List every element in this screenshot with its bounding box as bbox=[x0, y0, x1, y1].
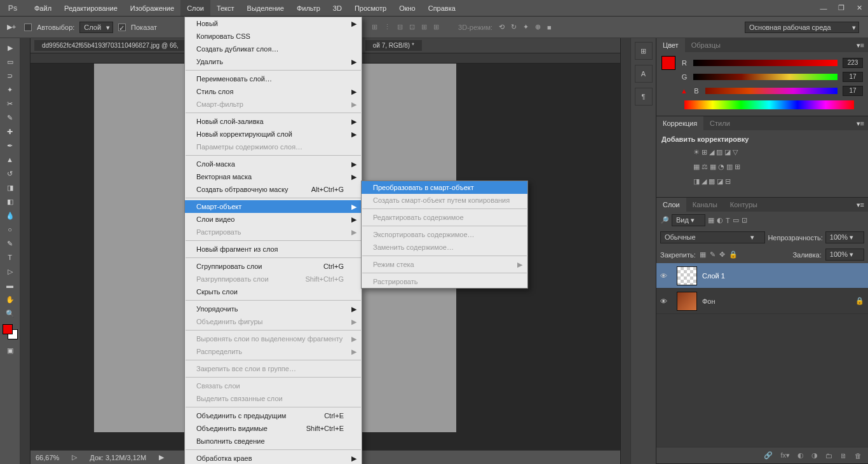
b-value[interactable]: 17 bbox=[843, 86, 863, 96]
autoselect-checkbox[interactable] bbox=[24, 24, 32, 31]
filter-smart-icon[interactable]: ⊡ bbox=[742, 216, 747, 224]
menu-item[interactable]: Новый слой-заливка▶ bbox=[185, 115, 362, 128]
swatches-tab[interactable]: Образцы bbox=[685, 38, 727, 52]
menu-item[interactable]: Копировать CSS bbox=[185, 30, 362, 43]
panel-menu-icon[interactable]: ▾≡ bbox=[853, 119, 868, 128]
adjust-layer-icon[interactable]: ◑ bbox=[811, 451, 818, 460]
menu-window[interactable]: Окно bbox=[393, 0, 422, 16]
menu-item[interactable]: Объединить видимыеShift+Ctrl+E bbox=[185, 422, 362, 435]
eraser-tool[interactable]: ◨ bbox=[1, 181, 19, 194]
layer-row[interactable]: 👁 Слой 1 bbox=[656, 263, 868, 289]
menu-view[interactable]: Просмотр bbox=[348, 0, 393, 16]
menu-item[interactable]: Векторная маска▶ bbox=[185, 170, 362, 183]
panel-menu-icon[interactable]: ▾≡ bbox=[853, 201, 868, 209]
menu-text[interactable]: Текст bbox=[210, 0, 241, 16]
paths-tab[interactable]: Контуры bbox=[724, 198, 764, 212]
filter-shape-icon[interactable]: ▭ bbox=[733, 216, 739, 224]
menu-help[interactable]: Справка bbox=[422, 0, 462, 16]
menu-item[interactable]: Выполнить сведение bbox=[185, 435, 362, 447]
new-layer-icon[interactable]: 🗎 bbox=[840, 452, 847, 460]
layer-filter[interactable]: Вид ▾ bbox=[672, 214, 705, 226]
mask-icon[interactable]: ◐ bbox=[797, 451, 804, 460]
history-brush-tool[interactable]: ↺ bbox=[1, 167, 19, 181]
menu-file[interactable]: Файл bbox=[28, 0, 58, 16]
menu-item[interactable]: Новый корректирующий слой▶ bbox=[185, 128, 362, 140]
menu-layers[interactable]: Слои bbox=[180, 0, 210, 16]
fill-value[interactable]: 100% ▾ bbox=[825, 249, 864, 261]
r-value[interactable]: 223 bbox=[843, 58, 863, 68]
channels-tab[interactable]: Каналы bbox=[686, 198, 724, 212]
eyedropper-tool[interactable]: ✎ bbox=[1, 111, 19, 125]
layer-thumbnail[interactable] bbox=[677, 292, 697, 311]
menu-item[interactable]: Стиль слоя▶ bbox=[185, 85, 362, 98]
adjust-row1[interactable]: ☀ ⊞ ◢ ▨ ◪ ▽ bbox=[661, 148, 863, 156]
link-icon[interactable]: 🔗 bbox=[764, 451, 773, 460]
layer-thumbnail[interactable] bbox=[677, 266, 697, 285]
blur-tool[interactable]: 💧 bbox=[1, 208, 19, 222]
menu-edit[interactable]: Редактирование bbox=[58, 0, 124, 16]
char-icon[interactable]: A bbox=[635, 65, 653, 83]
filter-adjust-icon[interactable]: ◐ bbox=[717, 216, 723, 224]
filter-type-icon[interactable]: T bbox=[726, 217, 730, 224]
document-tab-2[interactable]: ой 7, RGB/8) * bbox=[365, 40, 422, 51]
filter-pixel-icon[interactable]: ▦ bbox=[708, 216, 714, 224]
lock-pixel-icon[interactable]: ✎ bbox=[710, 250, 715, 259]
crop-tool[interactable]: ✂ bbox=[1, 97, 19, 111]
lock-trans-icon[interactable]: ▦ bbox=[700, 250, 706, 259]
pen-tool[interactable]: ✎ bbox=[1, 236, 19, 250]
autoselect-select[interactable]: Слой ▾ bbox=[79, 22, 113, 33]
path-tool[interactable]: ▷ bbox=[1, 264, 19, 278]
zoom-level[interactable]: 66,67% bbox=[36, 454, 59, 461]
adjust-row2[interactable]: ▦ ⚖ ▦ ◔ ▥ ⊞ bbox=[661, 163, 863, 171]
layer-row[interactable]: 👁 Фон 🔒 bbox=[656, 289, 868, 314]
layer-name[interactable]: Слой 1 bbox=[702, 272, 725, 280]
menu-item[interactable]: Удалить▶ bbox=[185, 55, 362, 68]
group-icon[interactable]: 🗀 bbox=[825, 452, 832, 460]
opacity-value[interactable]: 100% ▾ bbox=[825, 231, 864, 243]
menu-item[interactable]: Смарт-объект▶ bbox=[185, 200, 362, 213]
quickmask-tool[interactable]: ▣ bbox=[1, 343, 19, 357]
adjustments-tab[interactable]: Коррекция bbox=[656, 116, 703, 130]
lasso-tool[interactable]: ⊃ bbox=[1, 69, 19, 83]
history-icon[interactable]: ⊞ bbox=[635, 42, 653, 60]
maximize-button[interactable]: ❐ bbox=[832, 0, 850, 16]
zoom-tool[interactable]: 🔍 bbox=[1, 306, 19, 320]
menu-item[interactable]: Преобразовать в смарт-объект bbox=[362, 181, 527, 194]
menu-select[interactable]: Выделение bbox=[241, 0, 290, 16]
fx-icon[interactable]: fx▾ bbox=[780, 451, 790, 460]
swatch-selector[interactable] bbox=[0, 324, 20, 343]
menu-item[interactable]: Обработка краев▶ bbox=[185, 452, 362, 464]
visibility-icon[interactable]: 👁 bbox=[660, 297, 672, 305]
layers-tab[interactable]: Слои bbox=[656, 198, 686, 212]
layer-name[interactable]: Фон bbox=[702, 297, 715, 305]
menu-item[interactable]: Слой-маска▶ bbox=[185, 158, 362, 170]
adjust-row3[interactable]: ◨ ◢ ▩ ◪ ⊟ bbox=[661, 177, 863, 186]
menu-item[interactable]: Слои видео▶ bbox=[185, 213, 362, 226]
menu-item[interactable]: Новый фрагмент из слоя bbox=[185, 243, 362, 256]
menu-item[interactable]: Переименовать слой… bbox=[185, 72, 362, 85]
menu-item[interactable]: Создать дубликат слоя… bbox=[185, 43, 362, 55]
styles-tab[interactable]: Стили bbox=[703, 116, 736, 130]
wand-tool[interactable]: ✦ bbox=[1, 83, 19, 97]
close-button[interactable]: ✕ bbox=[850, 0, 868, 16]
lock-all-icon[interactable]: 🔒 bbox=[729, 250, 738, 259]
show-checkbox[interactable]: ✓ bbox=[118, 24, 126, 31]
menu-item[interactable]: Объединить с предыдущимCtrl+E bbox=[185, 409, 362, 422]
b-slider[interactable] bbox=[705, 88, 837, 94]
visibility-icon[interactable]: 👁 bbox=[660, 272, 672, 280]
panel-menu-icon[interactable]: ▾≡ bbox=[853, 41, 868, 50]
menu-image[interactable]: Изображение bbox=[124, 0, 180, 16]
r-slider[interactable] bbox=[693, 60, 837, 66]
minimize-button[interactable]: — bbox=[815, 0, 832, 16]
color-tab[interactable]: Цвет bbox=[656, 38, 685, 52]
shape-tool[interactable]: ▬ bbox=[1, 278, 19, 292]
move-tool[interactable]: ▶ bbox=[1, 41, 19, 55]
delete-icon[interactable]: 🗑 bbox=[855, 452, 862, 460]
menu-item[interactable]: Скрыть слои bbox=[185, 285, 362, 298]
menu-item[interactable]: Сгруппировать слоиCtrl+G bbox=[185, 260, 362, 273]
fg-swatch[interactable] bbox=[3, 324, 13, 334]
heal-tool[interactable]: ✚ bbox=[1, 125, 19, 139]
workspace-select[interactable]: Основная рабочая среда ▾ bbox=[745, 22, 859, 33]
g-slider[interactable] bbox=[693, 74, 837, 80]
menu-3d[interactable]: 3D bbox=[327, 0, 348, 16]
